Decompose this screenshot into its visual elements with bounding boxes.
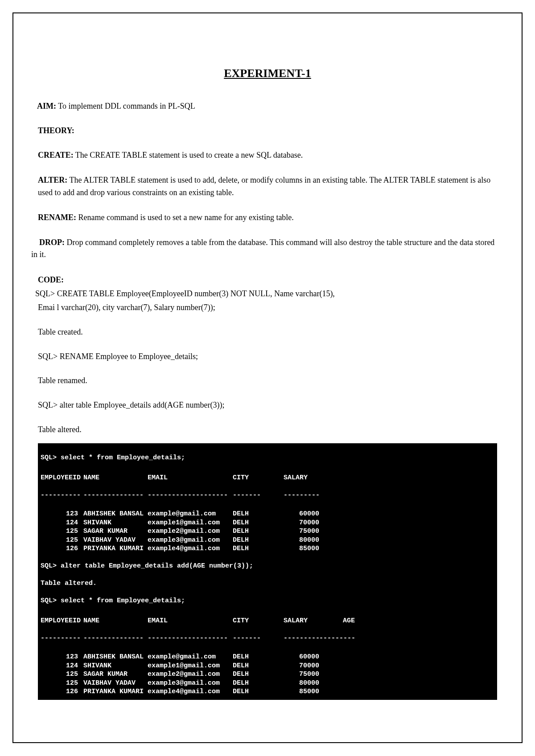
table-cell <box>319 679 355 688</box>
table-cell: 126 <box>41 687 81 696</box>
divider: ---------- <box>319 634 355 643</box>
table-cell: 80000 <box>270 679 319 688</box>
table-cell: example1@gmail.com <box>148 662 230 670</box>
divider: -------------------- <box>148 491 230 500</box>
table-cell: 124 <box>41 519 81 527</box>
terminal-output: SQL> select * from Employee_details; EMP… <box>38 443 497 700</box>
drop-label: DROP: <box>39 238 65 247</box>
table-cell: 75000 <box>270 527 319 536</box>
table-cell: SHIVANK <box>81 662 148 670</box>
table-cell: DELH <box>230 679 270 688</box>
create-text: The CREATE TABLE statement is used to cr… <box>74 151 303 159</box>
col-header-email: EMAIL <box>148 617 230 625</box>
table-cell: 123 <box>41 510 81 519</box>
table-cell: SAGAR KUMAR <box>81 670 148 679</box>
aim-text: To implement DDL commands in PL-SQL <box>56 102 195 110</box>
code-line: Table renamed. <box>38 374 497 387</box>
table-cell <box>319 687 355 696</box>
divider: ---------- <box>270 634 319 643</box>
table-cell: 70000 <box>270 662 319 670</box>
col-header-name: NAME <box>81 474 148 482</box>
aim-section: AIM: To implement DDL commands in PL-SQL <box>37 100 497 112</box>
table-cell: DELH <box>230 670 270 679</box>
table-cell: example2@gmail.com <box>148 527 230 536</box>
code-line: Table created. <box>38 326 497 339</box>
divider: ---------- <box>41 491 81 500</box>
table-row: 125VAIBHAV YADAVexample3@gmail.comDELH80… <box>41 536 494 545</box>
table-cell: DELH <box>230 527 270 536</box>
divider: --------------- <box>81 491 148 500</box>
table-cell: PRIYANKA KUMARI <box>81 687 148 696</box>
col-header-name: NAME <box>81 617 148 625</box>
table-cell: 70000 <box>270 519 319 527</box>
table-cell: VAIBHAV YADAV <box>81 536 148 545</box>
table-row: 125VAIBHAV YADAVexample3@gmail.comDELH80… <box>41 679 494 688</box>
table-cell: 125 <box>41 670 81 679</box>
table-cell: ABHISHEK BANSAL <box>81 653 148 662</box>
alter-label: ALTER: <box>38 176 67 184</box>
divider: ---------- <box>270 491 319 500</box>
col-header-city: CITY <box>230 617 270 625</box>
table-cell: example3@gmail.com <box>148 679 230 688</box>
table-row: 126PRIYANKA KUMARIexample4@gmail.comDELH… <box>41 687 494 696</box>
table-row: 123ABHISHEK BANSALexample@gmail.comDELH6… <box>41 653 494 662</box>
table-cell: PRIYANKA KUMARI <box>81 544 148 553</box>
col-header-id: EMPLOYEEID <box>41 617 81 625</box>
rename-label: RENAME: <box>38 213 76 222</box>
code-section: CODE: SQL> CREATE TABLE Employee(Employe… <box>38 274 497 436</box>
table-row: 123ABHISHEK BANSALexample@gmail.comDELH6… <box>41 510 494 519</box>
terminal-query: SQL> select * from Employee_details; <box>41 597 185 605</box>
table-cell: 123 <box>41 653 81 662</box>
table-cell: example2@gmail.com <box>148 670 230 679</box>
table-cell: example1@gmail.com <box>148 519 230 527</box>
drop-text: Drop command completely removes a table … <box>31 238 494 259</box>
col-header-city: CITY <box>230 474 270 482</box>
col-header-email: EMAIL <box>148 474 230 482</box>
table-cell: VAIBHAV YADAV <box>81 679 148 688</box>
table-row: 124SHIVANKexample1@gmail.comDELH70000 <box>41 519 494 527</box>
table-cell: example3@gmail.com <box>148 536 230 545</box>
rename-section: RENAME: Rename command is used to set a … <box>38 212 497 224</box>
table-cell: 85000 <box>270 544 319 553</box>
table-cell: example4@gmail.com <box>148 687 230 696</box>
divider: ------- <box>230 634 270 643</box>
page-title: EXPERIMENT-1 <box>33 67 502 80</box>
divider: -------------------- <box>148 634 230 643</box>
table-cell: ABHISHEK BANSAL <box>81 510 148 519</box>
aim-label: AIM: <box>37 102 56 110</box>
table-cell: DELH <box>230 519 270 527</box>
table-cell: DELH <box>230 687 270 696</box>
terminal-response: Table altered. <box>41 580 97 587</box>
table-cell: DELH <box>230 653 270 662</box>
table-cell: 125 <box>41 536 81 545</box>
col-header-id: EMPLOYEEID <box>41 474 81 482</box>
table-row: 125SAGAR KUMARexample2@gmail.comDELH7500… <box>41 527 494 536</box>
table-cell: 85000 <box>270 687 319 696</box>
rename-text: Rename command is used to set a new name… <box>76 213 294 222</box>
col-header-salary: SALARY <box>270 617 319 625</box>
table-cell: 80000 <box>270 536 319 545</box>
alter-section: ALTER: The ALTER TABLE statement is used… <box>38 174 497 199</box>
table-cell <box>319 653 355 662</box>
table-cell: 60000 <box>270 510 319 519</box>
col-header-salary: SALARY <box>270 474 319 482</box>
table-cell: 124 <box>41 662 81 670</box>
terminal-query: SQL> select * from Employee_details; <box>41 454 185 462</box>
table-cell: DELH <box>230 536 270 545</box>
table-cell: SAGAR KUMAR <box>81 527 148 536</box>
table-cell: 60000 <box>270 653 319 662</box>
alter-text: The ALTER TABLE statement is used to add… <box>38 176 490 197</box>
col-header-age: AGE <box>319 617 355 625</box>
terminal-query: SQL> alter table Employee_details add(AG… <box>41 562 253 570</box>
table-cell: 125 <box>41 679 81 688</box>
code-line: Emai l varchar(20), city varchar(7), Sal… <box>38 301 497 314</box>
table-cell: example4@gmail.com <box>148 544 230 553</box>
table-cell: 125 <box>41 527 81 536</box>
table-cell <box>319 670 355 679</box>
page-frame: EXPERIMENT-1 AIM: To implement DDL comma… <box>12 12 523 743</box>
divider: ---------- <box>41 634 81 643</box>
table-cell: DELH <box>230 662 270 670</box>
table-cell: example@gmail.com <box>148 653 230 662</box>
code-line: Table altered. <box>38 423 497 436</box>
table-cell: 126 <box>41 544 81 553</box>
